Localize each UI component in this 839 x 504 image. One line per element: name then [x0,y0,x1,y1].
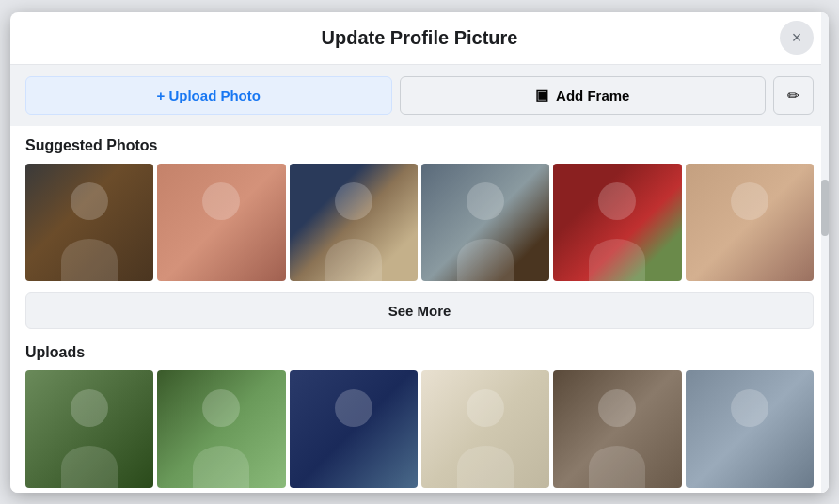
uploads-title: Uploads [25,344,814,361]
update-profile-picture-modal: Update Profile Picture × + Upload Photo … [10,12,829,493]
uploads-photos-grid [25,370,814,488]
add-frame-button[interactable]: ▣ Add Frame [400,76,767,115]
suggested-photos-section: Suggested Photos [25,137,814,344]
modal-body: Suggested Photos [10,126,829,493]
see-more-button[interactable]: See More [25,292,814,329]
upload-photo-3[interactable] [290,370,418,488]
modal-toolbar: + Upload Photo ▣ Add Frame ✏ [10,65,829,126]
suggested-photo-4[interactable] [421,164,549,281]
upload-photo-5[interactable] [553,370,681,488]
modal-header: Update Profile Picture × [10,12,829,65]
upload-photo-4[interactable] [421,370,549,488]
suggested-photo-5[interactable] [553,164,681,281]
suggested-photo-1[interactable] [25,164,153,281]
suggested-photos-title: Suggested Photos [25,137,814,154]
scrollbar-thumb[interactable] [821,180,829,236]
upload-photo-1[interactable] [25,370,153,488]
frame-icon: ▣ [535,87,548,103]
upload-photo-2[interactable] [157,370,285,488]
modal-overlay: Update Profile Picture × + Upload Photo … [0,0,839,504]
upload-photo-button[interactable]: + Upload Photo [25,76,392,115]
close-button[interactable]: × [780,21,814,55]
suggested-photo-6[interactable] [686,164,814,281]
modal-title: Update Profile Picture [322,27,518,49]
uploads-section: Uploads [25,344,814,488]
suggested-photos-grid [25,164,814,281]
suggested-photo-2[interactable] [157,164,285,281]
scrollbar-track[interactable] [821,12,829,493]
upload-photo-6[interactable] [686,370,814,488]
add-frame-label: Add Frame [556,87,629,103]
edit-button[interactable]: ✏ [773,76,814,115]
suggested-photo-3[interactable] [290,164,418,281]
